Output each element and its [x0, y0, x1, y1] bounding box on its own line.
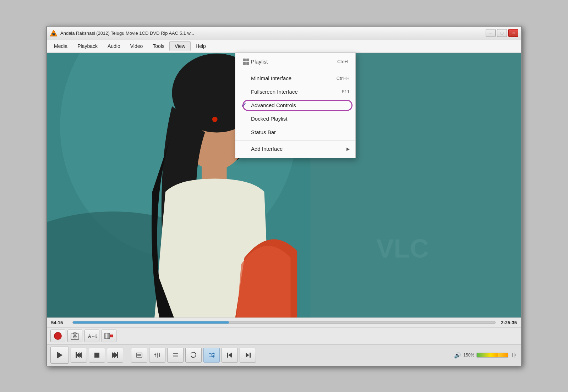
menu-item-add-interface[interactable]: Add Interface ▶: [235, 142, 355, 156]
svg-point-17: [74, 336, 76, 337]
menu-playback[interactable]: Playback: [72, 41, 103, 51]
svg-rect-50: [250, 353, 251, 358]
menu-view[interactable]: View: [169, 41, 191, 51]
menu-tools[interactable]: Tools: [148, 41, 169, 51]
menu-audio[interactable]: Audio: [103, 41, 125, 51]
advanced-label: Advanced Controls: [251, 102, 350, 108]
svg-rect-39: [157, 354, 158, 354]
title-bar: Andala Rakshasi (2012) Telugu Movie 1CD …: [47, 27, 521, 40]
playlist-shortcut: Ctrl+L: [337, 59, 350, 64]
fullscreen-label: Fullscreen Interface: [251, 89, 328, 95]
playlist-label: Playlist: [251, 59, 323, 65]
close-button[interactable]: ✕: [508, 29, 518, 37]
view-dropdown-menu: Playlist Ctrl+L Minimal Interface Ctrl+H…: [235, 53, 356, 158]
volume-label: 150%: [463, 353, 474, 358]
seek-bar-container: 54:15 2:25:35: [47, 318, 521, 327]
loop-ab-button[interactable]: A↔B: [84, 330, 99, 342]
volume-area: 🔊 150%: [454, 352, 518, 359]
window-controls: ─ □ ✕: [486, 29, 518, 37]
svg-marker-51: [246, 353, 249, 358]
menu-sep-1: [235, 70, 355, 70]
seek-bar[interactable]: [72, 321, 496, 324]
menu-item-status-bar[interactable]: Status Bar: [235, 126, 355, 139]
advanced-check: ✓: [241, 101, 251, 109]
snapshot-button[interactable]: [67, 330, 82, 342]
menu-item-minimal[interactable]: Minimal Interface Ctrl+H: [235, 72, 355, 85]
svg-text:VLC: VLC: [376, 234, 429, 263]
time-current: 54:15: [51, 320, 69, 325]
minimize-button[interactable]: ─: [486, 29, 496, 37]
menu-item-advanced-controls[interactable]: ✓ Advanced Controls: [235, 99, 355, 112]
docked-label: Docked Playlist: [251, 116, 350, 122]
svg-rect-40: [159, 355, 160, 355]
svg-rect-48: [227, 353, 228, 358]
statusbar-label: Status Bar: [251, 129, 350, 135]
svg-rect-23: [110, 335, 113, 337]
vlc-icon: [50, 29, 58, 37]
shuffle-button[interactable]: [203, 348, 220, 363]
menu-item-docked-playlist[interactable]: Docked Playlist: [235, 112, 355, 126]
repeat-button[interactable]: [185, 348, 202, 363]
minimal-shortcut: Ctrl+H: [337, 76, 350, 81]
next-media-button[interactable]: [240, 348, 256, 363]
volume-drag-handle: [510, 352, 518, 358]
svg-rect-15: [73, 333, 76, 334]
svg-rect-28: [76, 352, 77, 358]
volume-icon: 🔊: [454, 352, 461, 359]
playlist-toggle-button[interactable]: [167, 348, 184, 363]
addinterface-arrow: ▶: [346, 147, 350, 151]
menu-item-playlist[interactable]: Playlist Ctrl+L: [235, 55, 355, 68]
minimal-label: Minimal Interface: [251, 75, 322, 81]
window-title: Andala Rakshasi (2012) Telugu Movie 1CD …: [60, 31, 486, 36]
stop-button[interactable]: [89, 348, 105, 363]
frame-button[interactable]: [102, 330, 116, 342]
main-controls: 🔊 150%: [47, 344, 521, 366]
fullscreen-toggle-button[interactable]: [131, 348, 147, 363]
svg-rect-34: [137, 354, 141, 356]
record-button[interactable]: [50, 330, 65, 342]
seek-fill: [73, 321, 229, 324]
svg-marker-49: [228, 353, 232, 358]
svg-rect-29: [94, 353, 99, 358]
next-button[interactable]: [107, 348, 123, 363]
menu-item-fullscreen-interface[interactable]: Fullscreen Interface F11: [235, 85, 355, 99]
addinterface-label: Add Interface: [251, 146, 346, 152]
maximize-button[interactable]: □: [497, 29, 507, 37]
menu-bar: Media Playback Audio Video Tools View He…: [47, 40, 521, 53]
time-total: 2:25:35: [499, 320, 517, 325]
extended-settings-button[interactable]: [149, 348, 165, 363]
svg-rect-32: [117, 352, 118, 358]
play-button[interactable]: [50, 347, 69, 364]
vlc-window: Andala Rakshasi (2012) Telugu Movie 1CD …: [46, 26, 522, 366]
advanced-controls-bar: A↔B: [47, 327, 521, 344]
menu-video[interactable]: Video: [125, 41, 148, 51]
svg-rect-38: [154, 354, 156, 355]
svg-marker-25: [57, 352, 62, 359]
menu-sep-2: [235, 140, 355, 141]
svg-point-13: [54, 332, 61, 339]
svg-text:A↔B: A↔B: [88, 334, 97, 339]
fullscreen-shortcut: F11: [342, 89, 350, 94]
prev-button[interactable]: [71, 348, 87, 363]
playlist-icon: [241, 59, 251, 65]
prev-media-button[interactable]: [222, 348, 238, 363]
menu-media[interactable]: Media: [49, 41, 72, 51]
svg-rect-2: [52, 33, 55, 34]
menu-help[interactable]: Help: [191, 41, 211, 51]
svg-point-10: [212, 117, 218, 122]
volume-bar[interactable]: [476, 353, 508, 358]
